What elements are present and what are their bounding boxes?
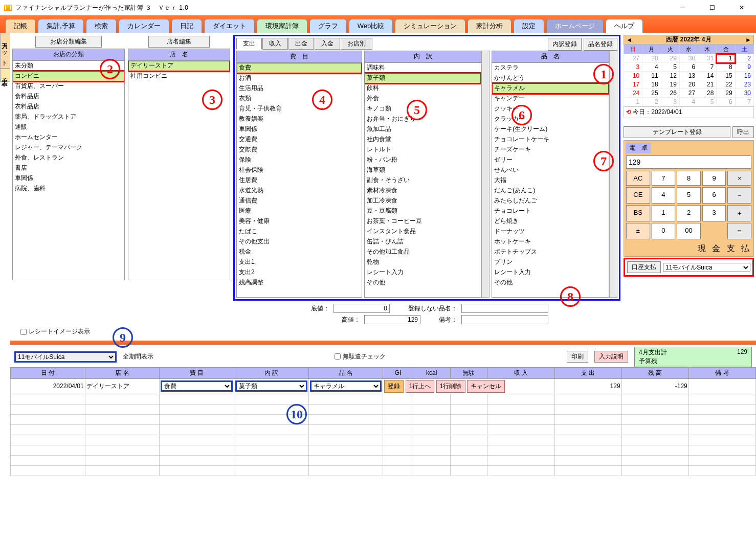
list-item[interactable]: 交際費 [237,145,362,155]
list-item[interactable]: 衣料品店 [13,102,124,112]
note-input[interactable] [461,315,548,324]
list-item[interactable]: チーズケーキ [492,145,609,155]
row-up-button[interactable]: 1行上へ [406,380,435,393]
list-item[interactable]: 保険 [237,155,362,165]
list-item[interactable]: 缶詰・びん詰 [365,237,481,247]
list-item[interactable]: 百貨店、スーパー [13,81,124,92]
calc-display[interactable]: 129 [626,155,751,169]
input-help-button[interactable]: 入力説明 [594,351,628,363]
calendar-day[interactable]: 27 [679,89,698,98]
calendar-day[interactable]: 6 [717,98,735,106]
detail-scrollbar[interactable] [481,51,490,298]
list-item[interactable]: 衣類 [237,94,362,104]
calendar-day[interactable]: 25 [642,89,661,98]
list-item[interactable]: ゼリー [492,155,609,165]
list-item[interactable]: 医療 [237,206,362,216]
list-item[interactable]: レトルト [365,145,481,155]
calc-key[interactable]: AC [626,171,650,186]
calendar-day[interactable]: 11 [642,72,661,80]
tab-help[interactable]: ヘルプ [606,19,643,33]
row-cancel-button[interactable]: キャンセル [467,380,505,393]
calc-key[interactable]: × [727,171,751,186]
calc-key[interactable]: BS [626,205,650,221]
list-item[interactable]: ホットケーキ [492,237,609,247]
list-item[interactable]: 素材冷凍食 [365,186,481,196]
calendar-day[interactable]: 4 [679,98,698,106]
sidetab-schedule[interactable]: 予定表示 [0,69,10,82]
calc-key[interactable]: 7 [652,171,676,186]
calendar-day[interactable]: 12 [661,72,679,80]
row-register-button[interactable]: 登録 [384,380,404,393]
list-item[interactable]: 書店 [13,163,124,173]
table-row[interactable]: 2022/04/01 デイリーストア 食費 菓子類 キャラメル 登録 1行上へ … [11,378,756,394]
list-item[interactable]: 通信費 [237,196,362,206]
calendar-day[interactable]: 15 [717,72,735,80]
list-item[interactable]: クラッカー [492,114,609,124]
tab-settings[interactable]: 設定 [514,19,544,33]
calc-key[interactable]: ± [626,223,650,239]
close-button[interactable]: ✕ [731,1,752,15]
calc-key[interactable]: 8 [677,171,701,186]
noreg-input[interactable] [461,304,548,313]
list-item[interactable]: 社会保険 [237,165,362,175]
list-item[interactable]: 車関係 [13,173,124,184]
calendar-day[interactable]: 3 [661,98,679,106]
list-item[interactable]: カステラ [492,63,609,73]
calendar-day[interactable]: 5 [698,98,717,106]
calendar-day[interactable]: 1 [624,98,642,106]
calendar-day[interactable]: 28 [698,89,717,98]
calendar-day[interactable]: 2 [642,98,661,106]
list-item[interactable]: だんご(あんこ) [492,186,609,196]
subtab-bystore[interactable]: お店別 [341,38,372,50]
tab-diary[interactable]: 日記 [171,19,202,33]
list-item[interactable]: 外食、レストラン [13,153,124,163]
receipt-image-checkbox[interactable]: レシートイメージ表示 [20,327,90,336]
calendar-day[interactable]: 4 [642,63,661,72]
calendar-day[interactable]: 17 [624,80,642,89]
list-item[interactable]: キャンデー [492,94,609,104]
calendar-day[interactable]: 31 [698,54,717,63]
calendar-day[interactable]: 16 [735,72,753,80]
calc-key[interactable]: ＝ [727,223,751,239]
maximize-button[interactable]: ☐ [702,1,722,15]
list-item[interactable]: 支出2 [237,267,362,278]
calendar-day[interactable]: 5 [661,63,679,72]
calendar-day[interactable]: 28 [642,54,661,63]
list-item[interactable]: キャラメル [492,83,609,94]
row-delete-button[interactable]: 1行削除 [436,380,465,393]
account-filter-select[interactable]: 11モバイルSuica [14,351,117,363]
subtab-income[interactable]: 収入 [262,38,288,50]
tab-sim[interactable]: シミュレーション [395,19,465,33]
tab-homepage[interactable]: ホームページ [546,19,604,33]
list-item[interactable]: レジャー、テーマパーク [13,143,124,153]
list-item[interactable]: 交通費 [237,134,362,145]
cell-detail-select[interactable]: 菓子類 [235,380,307,392]
list-item[interactable]: デイリーストア [128,61,230,71]
list-item[interactable]: 魚加工品 [365,124,481,134]
tab-web[interactable]: Web比較 [349,19,393,33]
calc-key[interactable]: 6 [702,187,726,204]
list-item[interactable]: キノコ類 [365,104,481,114]
calendar-day[interactable]: 29 [661,54,679,63]
list-item[interactable]: 食料品店 [13,92,124,102]
list-item[interactable]: ホームセンター [13,132,124,143]
tab-diet[interactable]: ダイエット [204,19,255,33]
calendar-day[interactable]: 7 [735,98,753,106]
calendar-day[interactable]: 24 [624,89,642,98]
list-item[interactable]: お弁当・おにぎり [365,114,481,124]
list-item[interactable]: インスタント食品 [365,227,481,237]
list-item[interactable]: 豆・豆腐類 [365,206,481,216]
calc-key[interactable]: ＋ [727,205,751,221]
list-item[interactable]: みたらしだんご [492,196,609,206]
tab-env[interactable]: 環境家計簿 [257,19,307,33]
list-item[interactable]: 美容・健康 [237,216,362,227]
tab-graph[interactable]: グラフ [309,19,347,33]
calendar-day[interactable]: 19 [661,80,679,89]
cal-next-button[interactable]: ► [743,36,753,43]
calendar-day[interactable]: 27 [624,54,642,63]
calc-key[interactable]: 3 [702,205,726,221]
low-price-input[interactable] [333,304,390,313]
tab-entry[interactable]: 記帳 [5,19,36,33]
high-price-input[interactable] [364,315,420,324]
calc-key[interactable]: 2 [677,205,701,221]
